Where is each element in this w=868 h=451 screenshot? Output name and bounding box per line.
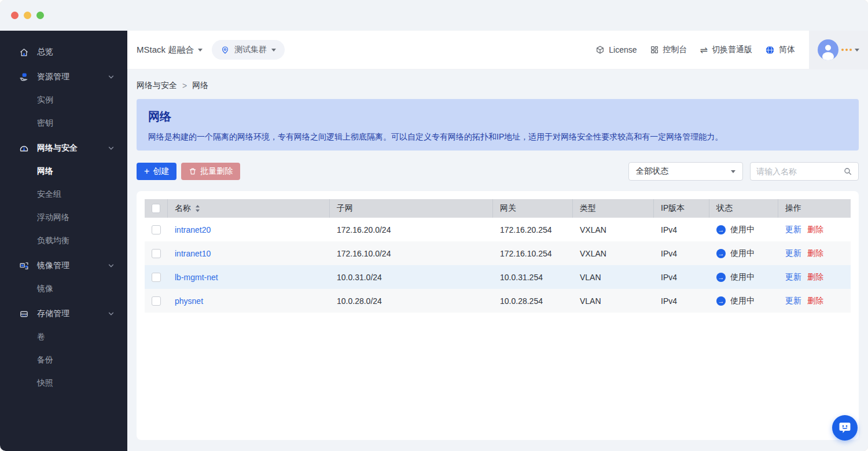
maximize-button[interactable] [36, 12, 44, 19]
support-chat-button[interactable] [832, 415, 858, 441]
column-header-type: 类型 [580, 203, 596, 214]
search-input[interactable] [756, 167, 843, 176]
select-all-checkbox[interactable] [152, 204, 160, 213]
subnet-value: 172.16.20.0/24 [337, 225, 391, 234]
chat-smiley-icon [838, 421, 852, 435]
image-icon [19, 261, 29, 271]
status-arrow-icon: → [716, 225, 726, 234]
batch-delete-button[interactable]: 批量删除 [181, 163, 240, 180]
row-checkbox[interactable] [152, 273, 161, 282]
sidebar-item-snapshots[interactable]: 快照 [0, 372, 127, 395]
search-icon[interactable] [843, 167, 852, 176]
status-arrow-icon: → [716, 273, 726, 282]
sidebar-item-network-security[interactable]: 网络与安全 [0, 137, 127, 160]
update-link[interactable]: 更新 [785, 248, 801, 259]
update-link[interactable]: 更新 [785, 272, 801, 283]
globe-icon [765, 45, 775, 55]
license-button[interactable]: License [595, 45, 637, 54]
resource-icon [19, 72, 29, 82]
network-name-link[interactable]: physnet [175, 296, 203, 306]
user-menu[interactable] [809, 31, 868, 69]
table-row: intranet10 172.16.10.0/24 172.16.10.254 … [145, 241, 851, 265]
sidebar-item-backups[interactable]: 备份 [0, 349, 127, 372]
sidebar-item-networks[interactable]: 网络 [0, 160, 127, 183]
column-header-subnet: 子网 [337, 203, 353, 214]
topbar: MStack 超融合 测试集群 License [127, 31, 868, 69]
delete-link[interactable]: 删除 [807, 272, 823, 283]
sidebar-item-volumes[interactable]: 卷 [0, 325, 127, 349]
switch-edition-button[interactable]: ⇌ 切换普通版 [700, 45, 752, 56]
network-name-link[interactable]: intranet10 [175, 249, 211, 258]
sidebar-item-security-groups[interactable]: 安全组 [0, 183, 127, 206]
cube-icon [595, 45, 605, 54]
row-checkbox[interactable] [152, 296, 161, 306]
brand-selector[interactable]: MStack 超融合 [137, 45, 203, 56]
sidebar-item-instances[interactable]: 实例 [0, 89, 127, 112]
breadcrumb-parent[interactable]: 网络与安全 [137, 80, 177, 91]
minimize-button[interactable] [24, 12, 31, 19]
status-badge: 使用中 [730, 296, 755, 306]
sidebar-item-keys[interactable]: 密钥 [0, 112, 127, 135]
search-box [750, 162, 859, 181]
ellipsis-icon [841, 49, 852, 51]
status-badge: 使用中 [730, 248, 755, 259]
create-button-label: 创建 [153, 166, 169, 177]
location-pin-icon [220, 45, 230, 54]
table-card: 名称 子网 网关 类型 IP版本 状态 操作 [137, 191, 859, 440]
sidebar-item-label: 网络与安全 [37, 143, 78, 153]
storage-icon [19, 309, 29, 319]
sidebar-item-images[interactable]: 镜像 [0, 277, 127, 300]
sidebar-item-label: 浮动网络 [37, 212, 69, 223]
home-icon [19, 47, 29, 57]
avatar [818, 39, 838, 60]
delete-link[interactable]: 删除 [807, 248, 823, 259]
delete-link[interactable]: 删除 [807, 225, 823, 235]
cluster-selector[interactable]: 测试集群 [212, 40, 285, 60]
row-checkbox[interactable] [152, 249, 161, 258]
sidebar-item-floating-networks[interactable]: 浮动网络 [0, 206, 127, 229]
network-name-link[interactable]: lb-mgmt-net [175, 273, 218, 282]
network-name-link[interactable]: intranet20 [175, 225, 211, 234]
sidebar-item-label: 资源管理 [37, 72, 69, 82]
column-header-name[interactable]: 名称 [175, 203, 191, 214]
type-value: VLAN [580, 296, 601, 306]
sidebar-item-load-balancer[interactable]: 负载均衡 [0, 229, 127, 252]
sidebar-item-label: 负载均衡 [37, 236, 69, 246]
type-value: VXLAN [580, 225, 606, 234]
brand-label: MStack 超融合 [137, 45, 194, 56]
content-area: 网络与安全 > 网络 网络 网络是构建的一个隔离的网络环境，专有网络之间逻辑上彻… [127, 69, 868, 451]
delete-link[interactable]: 删除 [807, 296, 823, 306]
page-title: 网络 [148, 109, 847, 124]
gateway-value: 172.16.10.254 [500, 249, 552, 258]
sidebar: 总览 资源管理 实例 密钥 网络与安全 [0, 31, 127, 451]
create-button[interactable]: + 创建 [137, 163, 176, 180]
sort-icon[interactable] [195, 204, 200, 212]
sidebar-item-label: 密钥 [37, 118, 53, 129]
sidebar-item-label: 网络 [37, 166, 53, 177]
status-arrow-icon: → [716, 296, 726, 306]
update-link[interactable]: 更新 [785, 296, 801, 306]
gauge-icon [19, 144, 29, 153]
page-banner: 网络 网络是构建的一个隔离的网络环境，专有网络之间逻辑上彻底隔离。可以自定义专有… [137, 99, 859, 151]
status-filter-select[interactable]: 全部状态 [628, 162, 743, 181]
status-filter-value: 全部状态 [636, 166, 668, 177]
status-badge: 使用中 [730, 225, 755, 235]
table-row: lb-mgmt-net 10.0.31.0/24 10.0.31.254 VLA… [145, 265, 851, 289]
row-checkbox[interactable] [152, 225, 161, 234]
sidebar-item-image-mgmt[interactable]: 镜像管理 [0, 254, 127, 277]
batch-delete-label: 批量删除 [200, 166, 233, 177]
license-label: License [609, 45, 637, 54]
sidebar-item-resource-mgmt[interactable]: 资源管理 [0, 65, 127, 89]
breadcrumb-separator: > [182, 81, 187, 90]
close-button[interactable] [11, 12, 19, 19]
cluster-label: 测试集群 [234, 45, 267, 55]
update-link[interactable]: 更新 [785, 225, 801, 235]
table-row: intranet20 172.16.20.0/24 172.16.20.254 … [145, 218, 851, 241]
language-button[interactable]: 简体 [765, 45, 795, 55]
column-header-ip-version: IP版本 [661, 203, 685, 214]
console-button[interactable]: 控制台 [650, 45, 687, 55]
sidebar-item-overview[interactable]: 总览 [0, 41, 127, 64]
sidebar-item-storage-mgmt[interactable]: 存储管理 [0, 302, 127, 325]
sidebar-item-label: 存储管理 [37, 309, 69, 319]
chevron-down-icon [108, 262, 115, 269]
